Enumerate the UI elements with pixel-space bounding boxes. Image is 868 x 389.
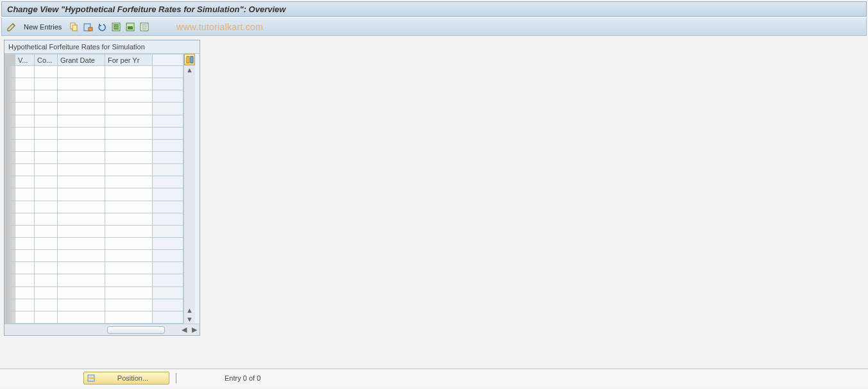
cell[interactable] xyxy=(15,90,35,103)
cell[interactable] xyxy=(35,311,58,323)
cell[interactable] xyxy=(58,274,105,286)
cell[interactable] xyxy=(15,188,35,201)
row-selector[interactable] xyxy=(5,151,15,163)
table-row[interactable] xyxy=(5,188,183,201)
hscroll-thumb[interactable] xyxy=(107,326,165,334)
cell[interactable] xyxy=(35,115,58,127)
table-row[interactable] xyxy=(5,78,183,90)
row-selector[interactable] xyxy=(5,139,15,151)
table-row[interactable] xyxy=(5,213,183,225)
table-row[interactable] xyxy=(5,299,183,311)
row-selector[interactable] xyxy=(5,78,15,90)
cell[interactable] xyxy=(105,164,153,176)
row-selector[interactable] xyxy=(5,90,15,103)
scroll-right-icon[interactable]: ▶ xyxy=(190,326,199,335)
deselect-all-icon[interactable] xyxy=(139,21,150,33)
cell[interactable] xyxy=(15,274,35,286)
cell[interactable] xyxy=(35,103,58,115)
cell[interactable] xyxy=(105,188,153,201)
cell[interactable] xyxy=(15,78,35,90)
table-row[interactable] xyxy=(5,115,183,127)
cell[interactable] xyxy=(58,176,105,188)
cell[interactable] xyxy=(15,213,35,225)
col-header[interactable]: V... xyxy=(15,54,35,66)
cell[interactable] xyxy=(105,286,153,299)
cell[interactable] xyxy=(15,115,35,127)
cell[interactable] xyxy=(58,78,105,90)
row-selector[interactable] xyxy=(5,188,15,201)
cell[interactable] xyxy=(105,90,153,103)
new-entries-button[interactable]: New Entries xyxy=(20,22,65,32)
cell[interactable] xyxy=(35,262,58,274)
cell[interactable] xyxy=(58,164,105,176)
cell[interactable] xyxy=(58,90,105,103)
row-selector[interactable] xyxy=(5,213,15,225)
row-selector[interactable] xyxy=(5,176,15,188)
cell[interactable] xyxy=(15,103,35,115)
vertical-scrollbar[interactable]: ▲ ▲ ▼ xyxy=(183,54,195,324)
scroll-down-small-icon[interactable]: ▲ xyxy=(184,306,195,315)
cell[interactable] xyxy=(15,262,35,274)
cell[interactable] xyxy=(105,139,153,151)
cell[interactable] xyxy=(58,151,105,163)
table-row[interactable] xyxy=(5,66,183,78)
col-header[interactable]: Grant Date xyxy=(58,54,105,66)
table-row[interactable] xyxy=(5,262,183,274)
cell[interactable] xyxy=(35,90,58,103)
row-selector[interactable] xyxy=(5,164,15,176)
cell[interactable] xyxy=(35,299,58,311)
cell[interactable] xyxy=(58,115,105,127)
row-selector[interactable] xyxy=(5,127,15,139)
cell[interactable] xyxy=(35,201,58,213)
cell[interactable] xyxy=(35,274,58,286)
cell[interactable] xyxy=(58,66,105,78)
row-selector[interactable] xyxy=(5,201,15,213)
cell[interactable] xyxy=(35,213,58,225)
table-row[interactable] xyxy=(5,164,183,176)
cell[interactable] xyxy=(15,286,35,299)
cell[interactable] xyxy=(35,225,58,237)
cell[interactable] xyxy=(105,311,153,323)
change-display-toggle-icon[interactable] xyxy=(6,21,17,33)
position-button[interactable]: Position... xyxy=(83,372,169,385)
cell[interactable] xyxy=(15,201,35,213)
cell[interactable] xyxy=(35,164,58,176)
cell[interactable] xyxy=(35,66,58,78)
copy-icon[interactable] xyxy=(68,21,80,33)
cell[interactable] xyxy=(105,103,153,115)
cell[interactable] xyxy=(105,225,153,237)
col-header[interactable]: Co... xyxy=(35,54,58,66)
cell[interactable] xyxy=(105,250,153,262)
table-row[interactable] xyxy=(5,103,183,115)
cell[interactable] xyxy=(58,201,105,213)
cell[interactable] xyxy=(35,286,58,299)
row-selector[interactable] xyxy=(5,225,15,237)
cell[interactable] xyxy=(105,151,153,163)
table-row[interactable] xyxy=(5,225,183,237)
cell[interactable] xyxy=(58,225,105,237)
configure-columns-icon[interactable] xyxy=(184,54,195,65)
cell[interactable] xyxy=(105,66,153,78)
cell[interactable] xyxy=(58,188,105,201)
horizontal-scrollbar[interactable]: ◀ ▶ xyxy=(4,324,200,335)
cell[interactable] xyxy=(105,299,153,311)
cell[interactable] xyxy=(58,286,105,299)
table-row[interactable] xyxy=(5,151,183,163)
cell[interactable] xyxy=(105,176,153,188)
cell[interactable] xyxy=(35,250,58,262)
scroll-down-icon[interactable]: ▼ xyxy=(184,315,195,324)
undo-icon[interactable] xyxy=(96,21,108,33)
cell[interactable] xyxy=(58,139,105,151)
cell[interactable] xyxy=(58,299,105,311)
scroll-up-icon[interactable]: ▲ xyxy=(184,65,195,74)
col-header[interactable]: For per Yr xyxy=(105,54,153,66)
row-selector[interactable] xyxy=(5,286,15,299)
table-row[interactable] xyxy=(5,286,183,299)
cell[interactable] xyxy=(105,262,153,274)
cell[interactable] xyxy=(105,115,153,127)
cell[interactable] xyxy=(58,127,105,139)
cell[interactable] xyxy=(15,225,35,237)
row-selector[interactable] xyxy=(5,274,15,286)
cell[interactable] xyxy=(15,151,35,163)
scroll-track[interactable] xyxy=(184,74,195,306)
